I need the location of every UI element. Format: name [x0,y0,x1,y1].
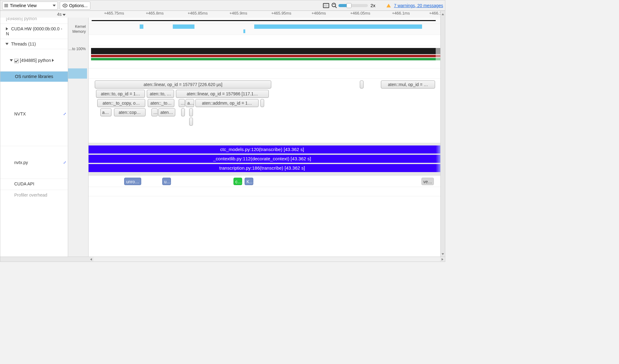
ruler-tick: +465.9ms [229,11,247,15]
tree-item-process[interactable]: [494885] python [0,49,68,72]
tree-item-label: Profiler overhead [14,193,47,197]
zoom-out-button[interactable]: − [332,3,336,8]
chevron-down-icon [53,5,56,6]
nvtx-block[interactable] [189,108,193,116]
scroll-left-button[interactable] [89,257,94,262]
tree-item-label: CUDA HW (0000:0b:00.0 - N [6,26,62,36]
legend-kernel: Kernel [68,24,87,29]
chevron-down-icon [63,14,66,16]
kernel-segment[interactable] [173,24,194,29]
zoom-label: 2x [370,3,375,8]
eye-icon [63,4,68,7]
disclosure-icon [10,59,13,61]
ruler-tick: +465.85ms [188,11,208,15]
ruler-tick: +465.8ms [146,11,163,15]
disclosure-icon [6,43,9,45]
tree-item-label: nvtx.py [14,160,28,165]
tree-item-profiler-overhead[interactable]: Profiler overhead [0,190,68,200]
nvtx-block[interactable]: at… [100,108,111,116]
cuda-api-call[interactable]: c… [233,178,242,185]
tree-item-label: [494885] python [20,58,51,63]
disclosure-icon [6,27,8,30]
nvtx-block[interactable] [260,99,264,107]
horizontal-scrollbar[interactable] [0,257,445,262]
time-ruler[interactable]: +465.75ms +465.8ms +465.85ms +465.9ms +4… [89,11,440,18]
memory-segment[interactable] [243,29,245,33]
tree-item-label: Threads (11) [11,41,36,46]
warning-icon [386,4,391,7]
legend-memory: Memory [68,29,87,34]
collapse-icon[interactable]: ⤢ [63,160,66,165]
kernel-segment[interactable] [254,24,422,29]
scroll-up-button[interactable] [440,11,445,18]
tree-item-threads[interactable]: Threads (11) [0,39,68,49]
scroll-right-button[interactable] [440,257,445,262]
nvtx-block[interactable]: aten::mul, op_id = … [381,80,435,89]
ruler-tick: +466ms [312,11,326,15]
nvtx-block[interactable]: aten::to, op_id = 1… [96,90,145,98]
zoom-slider[interactable] [338,4,368,7]
nvtx-block[interactable] [360,80,364,89]
nvtx-block[interactable]: a… [185,99,194,107]
nvtx-block[interactable]: aten… [158,108,175,116]
nvtx-block[interactable]: aten::addmm, op_id = 1… [195,99,259,107]
nvtx-block[interactable]: aten::_to_copy, o… [97,99,145,107]
tree-item-os-runtime[interactable]: OS runtime libraries [0,72,68,82]
options-button[interactable]: Options... [60,2,90,10]
nvtx-block[interactable]: … [151,108,158,116]
process-checkbox[interactable] [14,59,19,63]
keyboard-icon[interactable] [323,3,329,8]
time-display[interactable]: 4s [0,11,68,18]
cuda-api-call[interactable]: ve… [421,178,434,185]
nvtx-block[interactable]: … [179,99,185,107]
vertical-scrollbar[interactable] [440,18,445,257]
legend-to100: …to 100% [68,47,87,51]
tree-item-label: NVTX [14,111,26,116]
tree-item-clipped[interactable]: [494885] python [0,18,68,24]
collapse-icon[interactable]: ⤢ [63,112,66,116]
nvtx-block[interactable]: aten::_to… [148,99,174,107]
svg-point-1 [64,5,66,6]
cuda-api-call[interactable]: unro… [124,178,141,185]
kernel-segment[interactable] [140,24,143,29]
ruler-tick: +465.95ms [271,11,291,15]
menu-icon [4,4,8,7]
cpu-bar-red[interactable] [91,55,436,57]
nvtx-block[interactable] [181,108,185,116]
dropdown-icon[interactable] [52,59,54,62]
nvtx-block[interactable] [189,118,193,126]
ruler-tick: +465.75ms [104,11,124,15]
options-label: Options... [69,3,88,8]
cpu-bar-green[interactable] [91,58,436,60]
tree-item-nvtxpy[interactable]: nvtx.py ⤢ [0,146,68,179]
python-frame[interactable]: _contextlib.py:112(decorate_context) [43… [89,155,436,163]
ruler-tick: +466.15ms [429,11,440,15]
cuda-api-call[interactable]: K… [245,178,253,185]
nvtx-block[interactable]: aten::linear, op_id = 157977 [226.620 µs… [95,80,271,89]
nvtx-block[interactable]: aten::cop… [114,108,146,116]
cuda-api-call[interactable]: u… [162,178,171,185]
view-select-label: Timeline View [10,3,49,8]
tree-item-cuda-api[interactable]: CUDA API [0,179,68,190]
tree-item-label: OS runtime libraries [15,74,53,79]
ruler-tick: +466.05ms [350,11,370,15]
tree-item-label: CUDA API [14,181,34,186]
python-frame[interactable]: transcription.py:186(transcribe) [43.362… [89,164,436,172]
warnings-link[interactable]: 7 warnings, 20 messages [394,3,443,8]
cpu-bar-black[interactable] [91,48,436,54]
tree-item-cuda-hw[interactable]: CUDA HW (0000:0b:00.0 - N [0,24,68,39]
view-select[interactable]: Timeline View [2,2,58,10]
nvtx-block[interactable]: aten::linear, op_id = 157986 [117.1… [176,90,269,98]
tree-item-nvtx[interactable]: NVTX ⤢ [0,82,68,146]
python-frame[interactable]: ctc_models.py:120(transcribe) [43.362 s] [89,145,436,154]
ruler-tick: +466.1ms [392,11,410,15]
tree-item-label: [494885] python [6,18,37,21]
nvtx-block[interactable]: aten::to, … [147,90,174,98]
